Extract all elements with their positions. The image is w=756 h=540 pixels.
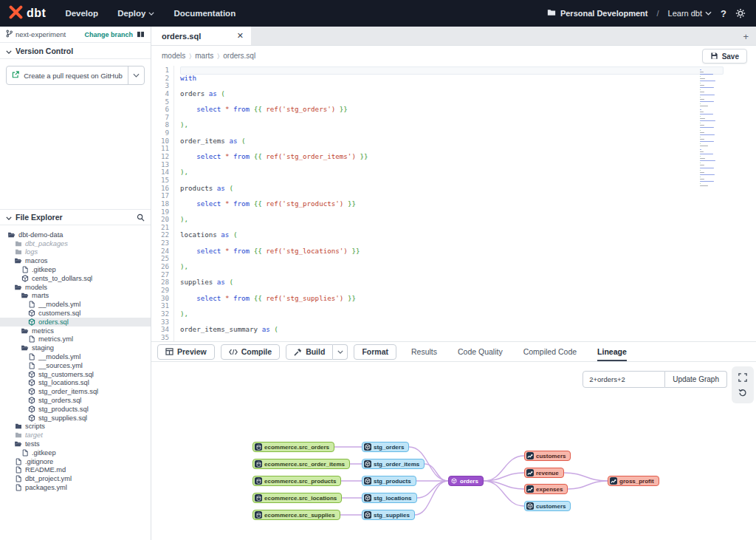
sql-icon xyxy=(27,397,35,404)
lineage-node-metric-customers[interactable]: customers xyxy=(524,451,571,461)
editor-minimap[interactable] xyxy=(700,68,729,188)
lineage-node-orders[interactable]: orders xyxy=(448,476,484,486)
tree-item--models-yml[interactable]: __models.yml xyxy=(0,300,151,309)
lineage-node-stg-orders[interactable]: stg_orders xyxy=(362,442,409,452)
lineage-edges xyxy=(151,362,756,540)
build-dropdown-chevron[interactable] xyxy=(333,344,348,360)
lineage-node-metric-revenue[interactable]: revenue xyxy=(524,468,564,478)
tree-item-logs[interactable]: logs xyxy=(0,248,151,257)
tab-lineage[interactable]: Lineage xyxy=(597,342,627,361)
build-button[interactable]: Build xyxy=(286,344,333,360)
code-line xyxy=(180,271,756,279)
lineage-node-src-supplies[interactable]: ecommerce.src_supplies xyxy=(252,510,340,520)
lineage-node-stg-products[interactable]: stg_products xyxy=(362,476,416,486)
minimap-line xyxy=(700,137,729,138)
lineage-node-src-orders[interactable]: ecommerce.src_orders xyxy=(252,442,334,452)
tree-item--sources-yml[interactable]: __sources.yml xyxy=(0,361,151,370)
tree-item-dbt-project-yml[interactable]: dbt_project.yml xyxy=(0,474,151,483)
tree-item-stg-customers-sql[interactable]: stg_customers.sql xyxy=(0,370,151,379)
tree-item-tests[interactable]: tests xyxy=(0,440,151,448)
app-body: next-experiment Change branch Version Co… xyxy=(0,27,756,540)
tree-item-label: cents_to_dollars.sql xyxy=(32,275,92,282)
tree-item-readme-md[interactable]: README.md xyxy=(0,466,151,475)
tree-item-staging[interactable]: staging xyxy=(0,344,151,352)
lineage-node-stg-supplies[interactable]: stg_supplies xyxy=(362,510,415,520)
node-label: customers xyxy=(536,453,566,459)
chart-icon xyxy=(526,452,534,459)
menu-item-develop[interactable]: Develop xyxy=(65,9,98,18)
code-line: ), xyxy=(180,216,756,224)
tree-item--models-yml[interactable]: __models.yml xyxy=(0,352,151,361)
code-token: }} xyxy=(348,247,360,255)
code-token: * xyxy=(221,294,229,302)
lineage-node-model-customers[interactable]: customers xyxy=(524,501,571,511)
search-icon[interactable] xyxy=(137,213,145,222)
minimap-line xyxy=(700,154,713,154)
save-button[interactable]: Save xyxy=(702,49,747,64)
tab-code-quality[interactable]: Code Quality xyxy=(458,342,503,361)
version-control-header[interactable]: Version Control xyxy=(0,43,151,59)
tab-results[interactable]: Results xyxy=(411,342,437,361)
sql-icon xyxy=(27,388,35,395)
line-number: 35 xyxy=(151,334,169,342)
lineage-node-metric-expenses[interactable]: expenses xyxy=(524,484,568,494)
tree-item-macros[interactable]: macros xyxy=(0,256,151,265)
menu-item-documentation[interactable]: Documentation xyxy=(173,9,236,18)
tree-item-metrics-yml[interactable]: metrics.yml xyxy=(0,335,151,344)
tree-item-models[interactable]: models xyxy=(0,283,151,292)
project-selector[interactable]: Personal Development xyxy=(547,9,648,18)
lineage-node-src-order-items[interactable]: ecommerce.src_order_items xyxy=(252,459,350,469)
lineage-node-stg-order-items[interactable]: stg_order_items xyxy=(362,459,425,469)
file-explorer-header[interactable]: File Explorer xyxy=(0,209,151,225)
minimap-line xyxy=(700,72,704,72)
tree-item-dbt-packages[interactable]: dbt_packages xyxy=(0,239,151,248)
change-branch-link[interactable]: Change branch xyxy=(84,31,133,38)
tree-item-cents-to-dollars-sql[interactable]: cents_to_dollars.sql xyxy=(0,274,151,283)
menu-item-deploy[interactable]: Deploy xyxy=(117,9,154,18)
code-token: products xyxy=(180,184,217,192)
tree-item-stg-locations-sql[interactable]: stg_locations.sql xyxy=(0,379,151,388)
tree-item-scripts[interactable]: scripts xyxy=(0,423,151,431)
lineage-node-src-products[interactable]: ecommerce.src_products xyxy=(252,476,341,486)
tab-compiled-code[interactable]: Compiled Code xyxy=(523,342,577,361)
tree-item-metrics[interactable]: metrics xyxy=(0,327,151,335)
code-editor[interactable]: 1234567891011121314151617181920212223242… xyxy=(151,66,756,341)
dbt-logo-text: dbt xyxy=(27,7,46,20)
breadcrumb: models〉marts〉orders.sql Save xyxy=(151,46,756,66)
tree-item-target[interactable]: target xyxy=(0,431,151,440)
tree-item-marts[interactable]: marts xyxy=(0,292,151,301)
docs-book-icon[interactable] xyxy=(137,31,145,38)
tree-item--gitkeep[interactable]: .gitkeep xyxy=(0,448,151,457)
pr-dropdown-chevron[interactable] xyxy=(128,66,144,84)
tab-orders-sql[interactable]: orders.sql ✕ xyxy=(151,27,251,45)
tree-item-packages-yml[interactable]: packages.yml xyxy=(0,483,151,492)
create-pr-button[interactable]: Create a pull request on GitHub xyxy=(6,66,145,85)
preview-button[interactable]: Preview xyxy=(157,344,215,360)
tree-item-dbt-demo-data[interactable]: dbt-demo-data xyxy=(0,230,151,239)
compile-button[interactable]: Compile xyxy=(221,344,280,360)
lineage-node-src-locations[interactable]: ecommerce.src_locations xyxy=(252,493,342,503)
dbt-logo[interactable]: dbt xyxy=(9,5,46,22)
help-button[interactable]: ? xyxy=(721,8,726,19)
lineage-node-stg-locations[interactable]: stg_locations xyxy=(362,493,417,503)
format-button[interactable]: Format xyxy=(354,344,396,360)
minimap-line xyxy=(700,150,729,151)
tree-item-stg-order-items-sql[interactable]: stg_order_items.sql xyxy=(0,387,151,396)
tree-item-customers-sql[interactable]: customers.sql xyxy=(0,309,151,318)
tree-item--gitignore[interactable]: .gitignore xyxy=(0,457,151,466)
tree-item-orders-sql[interactable]: orders.sql xyxy=(0,318,151,327)
settings-gear-icon[interactable] xyxy=(735,8,746,18)
environment-selector[interactable]: Learn dbt xyxy=(668,9,712,18)
sql-icon xyxy=(27,310,35,317)
tree-item--gitkeep[interactable]: .gitkeep xyxy=(0,265,151,274)
sql-icon xyxy=(27,371,35,378)
new-tab-button[interactable]: + xyxy=(743,27,749,46)
tree-item-stg-orders-sql[interactable]: stg_orders.sql xyxy=(0,396,151,405)
close-tab-icon[interactable]: ✕ xyxy=(237,31,244,41)
code-token xyxy=(180,105,196,113)
node-label: revenue xyxy=(536,470,559,476)
node-label: customers xyxy=(536,503,566,510)
lineage-node-gross-profit[interactable]: gross_profit xyxy=(608,476,659,486)
tree-item-stg-products-sql[interactable]: stg_products.sql xyxy=(0,405,151,414)
tree-item-stg-supplies-sql[interactable]: stg_supplies.sql xyxy=(0,414,151,423)
